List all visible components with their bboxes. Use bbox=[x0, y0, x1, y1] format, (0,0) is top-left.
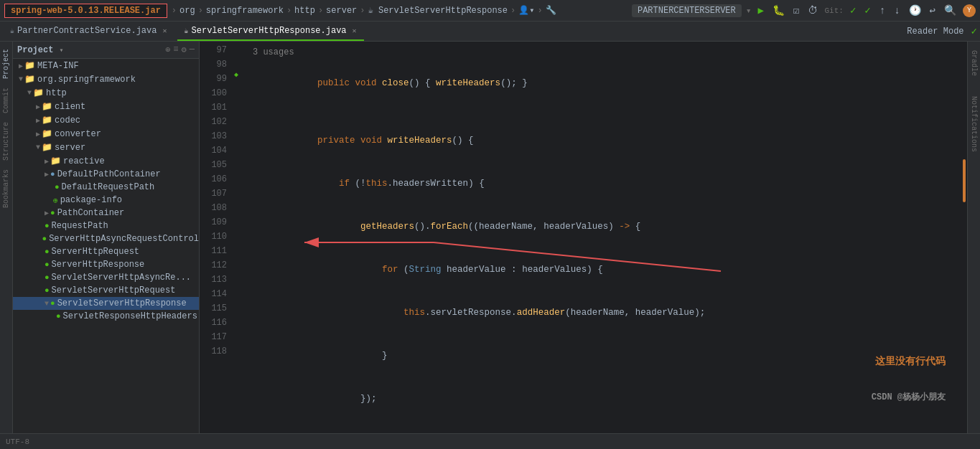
file-icon-pi: ⊕ bbox=[53, 196, 58, 205]
tree-item-servlet-request[interactable]: ● ServletServerHttpRequest bbox=[13, 284, 199, 297]
tree-label-meta-inf: META-INF bbox=[37, 61, 79, 71]
tab-servlet-response[interactable]: ☕ ServletServerHttpResponse.java ✕ bbox=[177, 22, 364, 41]
git-pull[interactable]: ↓ bbox=[892, 4, 902, 18]
usages-label: 3 usages bbox=[247, 43, 967, 62]
tree-item-server-http-async[interactable]: ● ServerHttpAsyncRequestControl bbox=[13, 232, 199, 245]
code-line-97: public void close() { writeHeaders(); } bbox=[247, 62, 967, 105]
folder-icon-http: 📁 bbox=[33, 88, 44, 98]
breadcrumb-org[interactable]: org bbox=[179, 6, 195, 16]
vtab-bookmarks[interactable]: Bookmarks bbox=[1, 165, 11, 212]
tree-label-client: client bbox=[55, 102, 85, 112]
breadcrumb-class[interactable]: ☕ ServletServerHttpResponse bbox=[368, 5, 508, 16]
tree-label-srh: ServletResponseHttpHeaders bbox=[63, 311, 197, 321]
breadcrumb-server[interactable]: server bbox=[326, 6, 357, 16]
status-bar-text: UTF-8 bbox=[6, 438, 29, 446]
tree-item-org-springframework[interactable]: ▼ 📁 org.springframework bbox=[13, 72, 199, 86]
top-bar: spring-web-5.0.13.RELEASE.jar › org › sp… bbox=[0, 0, 980, 22]
tree-arrow-converter: ▶ bbox=[36, 130, 40, 138]
scroll-indicator[interactable] bbox=[963, 159, 966, 202]
tab-close-partner[interactable]: ✕ bbox=[162, 27, 167, 35]
tree-item-converter[interactable]: ▶ 📁 converter bbox=[13, 127, 199, 141]
file-icon-shr: ● bbox=[45, 247, 50, 256]
tree-item-package-info[interactable]: ⊕ package-info bbox=[13, 194, 199, 207]
file-icon-sa: ● bbox=[45, 273, 50, 282]
status-bar: UTF-8 bbox=[0, 433, 980, 449]
tree-item-client[interactable]: ▶ 📁 client bbox=[13, 100, 199, 113]
tree-item-codec[interactable]: ▶ 📁 codec bbox=[13, 113, 199, 127]
file-icon-srh: ● bbox=[56, 312, 61, 321]
tree-item-servlet-response-headers[interactable]: ● ServletResponseHttpHeaders bbox=[13, 310, 199, 323]
tree-arrow-codec: ▶ bbox=[36, 116, 40, 125]
tree-arrow-server: ▼ bbox=[36, 143, 40, 151]
right-tab-gradle[interactable]: Gradle bbox=[970, 50, 978, 76]
tree-icon-settings[interactable]: ⚙ bbox=[182, 44, 187, 55]
reader-mode-check: ✓ bbox=[971, 25, 977, 37]
git-history[interactable]: 🕐 bbox=[907, 3, 923, 18]
tree-item-servlet-response[interactable]: ▼ ● ServletServerHttpResponse bbox=[13, 297, 199, 310]
vtab-project[interactable]: Project bbox=[1, 44, 11, 83]
tab-partner-contract[interactable]: ☕ PartnerContractService.java ✕ bbox=[3, 22, 174, 41]
breadcrumb-http[interactable]: http bbox=[294, 6, 315, 16]
folder-icon-server: 📁 bbox=[42, 142, 52, 153]
tree-label-sres: ServletServerHttpResponse bbox=[57, 298, 187, 308]
tree-label-codec: codec bbox=[55, 115, 80, 126]
tree-header-icons: ⊕ ≡ ⚙ — bbox=[165, 44, 195, 55]
code-line-106: // HttpServletResponse exposes some head… bbox=[247, 420, 967, 433]
tree-label-shres: ServerHttpResponse bbox=[52, 260, 145, 270]
git-check1[interactable]: ✓ bbox=[848, 3, 858, 18]
tree-arrow-dpc: ▶ bbox=[45, 170, 49, 179]
jar-label[interactable]: spring-web-5.0.13.RELEASE.jar bbox=[4, 4, 167, 18]
code-content[interactable]: 3 usages public void close() { writeHead… bbox=[247, 42, 967, 433]
coverage-button[interactable]: ☑ bbox=[791, 3, 801, 18]
main-content: Project Commit Structure Bookmarks Proje… bbox=[0, 42, 980, 433]
watermark-text: CSDN @杨杨小朋友 bbox=[872, 390, 946, 405]
breadcrumb-springframework[interactable]: springframework bbox=[206, 6, 284, 16]
tree-item-default-request-path[interactable]: ● DefaultRequestPath bbox=[13, 181, 199, 194]
search-button[interactable]: 🔍 bbox=[942, 3, 958, 18]
tree-item-servlet-async[interactable]: ● ServletServerHttpAsyncRe... bbox=[13, 271, 199, 284]
tree-icon-scope[interactable]: ⊕ bbox=[165, 44, 170, 55]
tree-label-pc: PathContainer bbox=[57, 208, 125, 218]
tab-close-servlet[interactable]: ✕ bbox=[353, 27, 357, 35]
git-push[interactable]: ↑ bbox=[877, 4, 887, 18]
tree-item-http[interactable]: ▼ 📁 http bbox=[13, 86, 199, 100]
tree-label-http: http bbox=[46, 88, 67, 98]
debug-button[interactable]: 🐛 bbox=[770, 3, 787, 18]
reader-mode-label[interactable]: Reader Mode bbox=[907, 27, 963, 37]
tree-item-meta-inf[interactable]: ▶ 📁 META-INF bbox=[13, 59, 199, 72]
tree-arrow-client: ▶ bbox=[36, 103, 40, 111]
tree-dropdown-arrow[interactable]: ▾ bbox=[59, 46, 63, 55]
code-line-99: private void writeHeaders() { bbox=[247, 119, 967, 162]
folder-icon-client: 📁 bbox=[42, 101, 52, 112]
git-check2[interactable]: ✓ bbox=[862, 3, 872, 18]
vtab-structure[interactable]: Structure bbox=[1, 118, 11, 165]
server-name: PARTNERCENTERSERVER bbox=[632, 4, 742, 17]
git-revert[interactable]: ↩ bbox=[928, 3, 938, 18]
file-icon-sres: ● bbox=[50, 299, 55, 308]
code-line-102: for (String headerValue : headerValues) … bbox=[247, 248, 967, 291]
tree-icon-collapse[interactable]: ≡ bbox=[173, 44, 178, 55]
right-tab-notifications[interactable]: Notifications bbox=[970, 96, 978, 152]
tree-item-request-path[interactable]: ● RequestPath bbox=[13, 219, 199, 232]
tree-item-server[interactable]: ▼ 📁 server bbox=[13, 141, 199, 154]
tree-item-reactive[interactable]: ▶ 📁 reactive bbox=[13, 154, 199, 168]
tree-item-path-container[interactable]: ▶ ● PathContainer bbox=[13, 207, 199, 219]
watermark: 这里没有行代码 CSDN @杨杨小朋友 bbox=[872, 354, 946, 405]
tree-label-sreq: ServletServerHttpRequest bbox=[52, 285, 176, 296]
folder-icon-meta: 📁 bbox=[24, 60, 35, 71]
run-button[interactable]: ▶ bbox=[756, 3, 766, 18]
folder-icon-codec: 📁 bbox=[42, 115, 52, 126]
tree-item-default-path-container[interactable]: ▶ ● DefaultPathContainer bbox=[13, 168, 199, 181]
right-sidebar: Gradle Notifications bbox=[967, 42, 980, 433]
tree-header-label: Project bbox=[17, 45, 53, 55]
vtab-commit[interactable]: Commit bbox=[1, 83, 11, 118]
tree-arrow-org: ▼ bbox=[19, 75, 23, 83]
tree-item-server-http-response[interactable]: ● ServerHttpResponse bbox=[13, 258, 199, 271]
tree-icon-hide[interactable]: — bbox=[190, 44, 195, 55]
tree-item-server-http-request[interactable]: ● ServerHttpRequest bbox=[13, 245, 199, 258]
file-icon-pc: ● bbox=[50, 209, 55, 217]
avatar: Y bbox=[963, 4, 976, 17]
top-bar-right: PARTNERCENTERSERVER ▾ ▶ 🐛 ☑ ⏱ Git: ✓ ✓ ↑… bbox=[632, 3, 976, 18]
file-icon-shres: ● bbox=[45, 260, 50, 269]
profile-button[interactable]: ⏱ bbox=[806, 4, 820, 18]
